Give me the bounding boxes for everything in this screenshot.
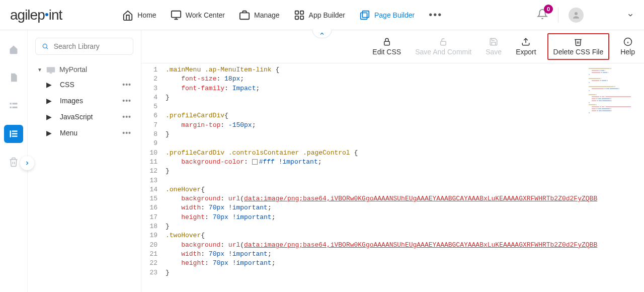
tree-item-menu[interactable]: ▶ Menu ••• xyxy=(44,125,133,141)
user-menu[interactable] xyxy=(569,8,634,23)
nav-manage[interactable]: Manage xyxy=(239,10,280,21)
library-icon xyxy=(9,129,19,139)
content: Edit CSS Save And Commit Save Export Del… xyxy=(141,30,644,292)
nav-app-builder[interactable]: App Builder xyxy=(294,10,345,21)
top-nav: agilepint Home Work Center Manage App Bu… xyxy=(0,0,644,30)
nav-manage-label: Manage xyxy=(254,11,280,19)
nav-page-builder[interactable]: Page Builder xyxy=(359,10,415,21)
nav-home[interactable]: Home xyxy=(122,10,156,21)
tree-item-label: Images xyxy=(60,97,83,105)
portal-icon xyxy=(46,66,55,74)
tree-item-more[interactable]: ••• xyxy=(122,97,131,105)
lock-icon xyxy=(382,37,391,46)
svg-rect-15 xyxy=(12,133,18,134)
code-editor[interactable]: 1234567891011121314151617181920212223 .m… xyxy=(141,63,644,292)
svg-rect-19 xyxy=(47,67,55,72)
save-button[interactable]: Save xyxy=(482,35,505,58)
home-icon xyxy=(122,10,133,21)
user-icon xyxy=(572,11,581,20)
tree-children: ▶ CSS ••• ▶ Images ••• ▶ xyxy=(44,77,133,141)
help-label: Help xyxy=(620,48,635,56)
trash-icon xyxy=(574,37,583,46)
chevron-right-icon xyxy=(24,160,30,166)
svg-rect-4 xyxy=(295,16,298,19)
logo[interactable]: agilepint xyxy=(10,7,62,23)
gutter: 1234567891011121314151617181920212223 xyxy=(141,63,163,292)
svg-rect-7 xyxy=(361,13,367,19)
tree-item-css[interactable]: ▶ CSS ••• xyxy=(44,77,133,93)
help-button[interactable]: Help xyxy=(617,35,638,58)
svg-rect-21 xyxy=(384,41,390,45)
nav-home-label: Home xyxy=(137,11,156,19)
svg-rect-12 xyxy=(13,107,18,108)
arrow-right-icon: ▶ xyxy=(46,129,52,137)
tree-root[interactable]: ▼ MyPortal xyxy=(35,62,133,77)
svg-rect-11 xyxy=(10,107,12,108)
edit-css-button[interactable]: Edit CSS xyxy=(369,35,404,58)
nav-work-center[interactable]: Work Center xyxy=(171,10,225,21)
list-icon xyxy=(9,101,19,111)
svg-rect-3 xyxy=(300,11,303,14)
main: ▼ MyPortal ▶ CSS ••• ▶ Im xyxy=(0,30,644,292)
svg-line-18 xyxy=(46,47,48,49)
tree-item-more[interactable]: ••• xyxy=(122,81,131,89)
tree-item-more[interactable]: ••• xyxy=(122,113,131,121)
svg-point-17 xyxy=(43,44,47,48)
rail-doc[interactable] xyxy=(4,68,23,87)
svg-rect-9 xyxy=(10,103,12,104)
svg-rect-22 xyxy=(441,41,446,45)
nav-more[interactable]: ••• xyxy=(429,9,442,21)
svg-rect-16 xyxy=(12,135,18,137)
library-sidebar: ▼ MyPortal ▶ CSS ••• ▶ Im xyxy=(28,30,141,292)
rail-expand-button[interactable] xyxy=(20,156,34,170)
delete-css-button[interactable]: Delete CSS File xyxy=(547,33,610,60)
svg-rect-0 xyxy=(172,11,181,17)
nav-items: Home Work Center Manage App Builder Page… xyxy=(122,9,442,21)
svg-rect-2 xyxy=(295,11,298,14)
search-icon xyxy=(42,42,49,50)
save-commit-label: Save And Commit xyxy=(415,48,471,56)
svg-point-8 xyxy=(575,12,578,15)
arrow-down-icon: ▼ xyxy=(37,67,42,72)
svg-rect-13 xyxy=(10,130,12,137)
svg-rect-1 xyxy=(240,13,249,19)
code-area[interactable]: .mainMenu .ap-MenuItem-link { font-size:… xyxy=(163,63,644,292)
export-button[interactable]: Export xyxy=(513,35,539,58)
unlock-icon xyxy=(439,37,448,46)
grid-icon xyxy=(294,10,305,21)
rail-list[interactable] xyxy=(4,97,23,115)
save-label: Save xyxy=(486,48,502,56)
save-commit-button[interactable]: Save And Commit xyxy=(412,35,474,58)
export-label: Export xyxy=(516,48,536,56)
nav-app-builder-label: App Builder xyxy=(309,11,345,19)
svg-rect-20 xyxy=(50,72,52,73)
tree-item-images[interactable]: ▶ Images ••• xyxy=(44,93,133,109)
notifications-button[interactable]: 0 xyxy=(537,9,548,21)
left-rail xyxy=(0,30,28,292)
svg-rect-6 xyxy=(362,11,369,17)
tree-item-javascript[interactable]: ▶ JavaScript ••• xyxy=(44,109,133,125)
svg-rect-14 xyxy=(12,130,18,132)
svg-rect-5 xyxy=(300,16,303,19)
tree-item-label: CSS xyxy=(60,81,74,89)
toolbar: Edit CSS Save And Commit Save Export Del… xyxy=(141,30,644,63)
tree-root-label: MyPortal xyxy=(59,65,87,74)
username xyxy=(588,11,623,19)
divider xyxy=(558,8,558,23)
arrow-right-icon: ▶ xyxy=(46,97,52,105)
monitor-icon xyxy=(171,10,182,21)
minimap[interactable] xyxy=(589,63,644,139)
trash-icon xyxy=(9,157,19,167)
tree-item-more[interactable]: ••• xyxy=(122,129,131,137)
nav-page-builder-label: Page Builder xyxy=(374,11,415,19)
search-input[interactable] xyxy=(54,42,127,50)
notification-badge: 0 xyxy=(544,5,553,14)
chevron-down-icon xyxy=(627,12,634,19)
rail-home[interactable] xyxy=(4,40,23,58)
arrow-right-icon: ▶ xyxy=(46,113,52,121)
home-icon xyxy=(9,44,19,54)
chevron-up-icon xyxy=(319,31,325,37)
search-box[interactable] xyxy=(35,38,133,55)
rail-library[interactable] xyxy=(4,125,23,143)
arrow-right-icon: ▶ xyxy=(46,81,52,89)
